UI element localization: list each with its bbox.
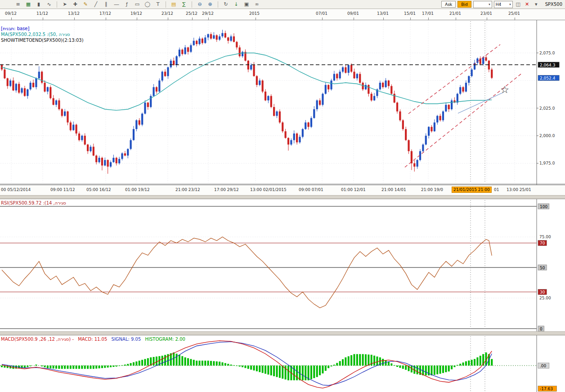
histogram-bar — [219, 361, 220, 365]
histogram-bar — [319, 365, 321, 375]
macd-chart[interactable]: .00-17.63 — [0, 335, 565, 392]
text-tool-icon[interactable]: T — [154, 1, 161, 8]
histogram-bar — [230, 365, 232, 365]
rsi-panel: 75.0025.001007050300 RSI(SPX500.59.72 :(… — [0, 199, 565, 331]
candle-body — [476, 58, 478, 63]
histogram-bar — [402, 365, 404, 369]
candle-body — [133, 129, 135, 140]
time-axis-bottom[interactable]: 00 05/12/201409:00 11/1205:00 16/1201:00… — [0, 185, 565, 195]
date-axis-top[interactable]: 09/1211/1213/1217/1219/1223/1225/1229/12… — [0, 9, 565, 20]
axis-tick — [410, 18, 411, 20]
chart-type-icon[interactable]: ▦ — [25, 1, 32, 8]
menu-icon[interactable]: ≡ — [14, 1, 22, 8]
trendline-icon[interactable]: ╱ — [92, 1, 99, 8]
timeframe-dropdown[interactable]: H4▾ — [494, 1, 513, 8]
ask-button[interactable]: Ask — [441, 1, 456, 8]
candle-body — [127, 149, 129, 156]
channel-icon[interactable]: ∥ — [103, 1, 110, 8]
candle-body — [107, 160, 109, 167]
pencil-icon[interactable]: ✎ — [82, 1, 89, 8]
histogram-bar — [99, 365, 100, 368]
histogram-bar — [35, 365, 37, 365]
histogram-bar — [262, 365, 264, 373]
close-chart-icon[interactable]: ✕ — [524, 1, 531, 8]
histogram-bar — [135, 361, 137, 365]
axis-tick — [192, 18, 193, 20]
timeframe-value: H4 — [496, 2, 502, 7]
ellipse-icon[interactable]: ◯ — [144, 1, 151, 8]
candlestick-chart[interactable]: ☆2,075.02,025.02,000.01,975.02,064.32,05… — [0, 20, 565, 185]
candle-body — [35, 78, 37, 87]
star-marker[interactable]: ☆ — [500, 84, 509, 95]
indicator-icon[interactable]: ∑ — [180, 1, 188, 8]
candle-body — [267, 96, 269, 100]
crosshair-icon[interactable]: ✚ — [72, 1, 79, 8]
refresh-icon[interactable]: ↻ — [222, 1, 229, 8]
line-chart-icon[interactable]: ∿ — [45, 1, 53, 8]
download-icon[interactable]: ↓ — [233, 1, 240, 8]
symbol-dropdown[interactable]: ▾ — [473, 1, 492, 8]
candle-body — [339, 71, 341, 78]
candle-body — [368, 85, 369, 94]
macd-min-badge: -17.63 — [540, 387, 553, 391]
cursor-icon[interactable]: ➤ — [61, 1, 68, 8]
panel-splitter[interactable] — [0, 195, 565, 199]
candle-body — [459, 87, 461, 94]
candle-body — [319, 100, 321, 105]
histogram-bar — [445, 365, 447, 372]
horizontal-line-icon[interactable]: ― — [113, 1, 120, 8]
print-icon[interactable]: ▣ — [243, 1, 250, 8]
candle-body — [373, 96, 375, 100]
candle-body — [207, 34, 209, 37]
candle-body — [44, 83, 45, 92]
time-label: 17:00 29/12 — [214, 187, 239, 192]
histogram-bar — [55, 365, 57, 369]
toolbar-separator — [218, 1, 218, 8]
candle-body — [457, 94, 458, 103]
note-icon[interactable]: ▤ — [170, 1, 177, 8]
histogram-bar — [67, 365, 69, 369]
panel-splitter[interactable] — [0, 331, 565, 335]
histogram-bar — [396, 365, 398, 367]
bid-button[interactable]: Bid — [457, 1, 471, 8]
candle-body — [38, 71, 40, 78]
candle-body — [296, 134, 298, 143]
price-label: 1,975.0 — [539, 161, 555, 165]
histogram-bar — [64, 365, 66, 369]
candle-body — [78, 134, 80, 140]
candle-body — [293, 134, 295, 140]
candle-body — [359, 74, 361, 83]
histogram-bar — [147, 358, 149, 365]
zoom-in-icon[interactable]: ⊕ — [206, 1, 214, 8]
fibonacci-icon[interactable]: ƒ — [123, 1, 130, 8]
candle-body — [430, 127, 432, 131]
histogram-bar — [224, 363, 226, 365]
candle-body — [27, 89, 28, 96]
date-label: 17/01 — [422, 11, 434, 16]
histogram-bar — [390, 363, 392, 365]
rsi-level-badge: 100 — [540, 205, 547, 209]
candle-body — [130, 140, 132, 149]
candlestick-icon[interactable]: ▮ — [35, 1, 42, 8]
pin-chart-icon[interactable]: ◫ — [515, 1, 522, 8]
rectangle-icon[interactable]: ▭ — [134, 1, 141, 8]
candle-body — [270, 96, 272, 107]
candle-body — [118, 159, 120, 163]
histogram-bar — [81, 365, 83, 369]
candle-body — [282, 122, 283, 131]
histogram-bar — [365, 354, 367, 365]
candle-body — [253, 65, 255, 76]
price-chart-panel: ☆2,075.02,025.02,000.01,975.02,064.32,05… — [0, 20, 565, 185]
candle-body — [32, 83, 34, 87]
histogram-bar — [139, 361, 140, 365]
candle-body — [247, 61, 249, 70]
link-icon[interactable]: ∞ — [253, 1, 260, 8]
zoom-out-icon[interactable]: ⊖ — [196, 1, 203, 8]
more-options-icon[interactable]: ▾ — [533, 1, 540, 8]
candle-body — [313, 109, 315, 118]
histogram-bar — [84, 365, 86, 369]
rsi-chart[interactable]: 75.0025.001007050300 — [0, 199, 565, 331]
candle-body — [462, 87, 464, 92]
date-label: 23/12 — [161, 11, 173, 16]
histogram-bar — [276, 365, 278, 377]
